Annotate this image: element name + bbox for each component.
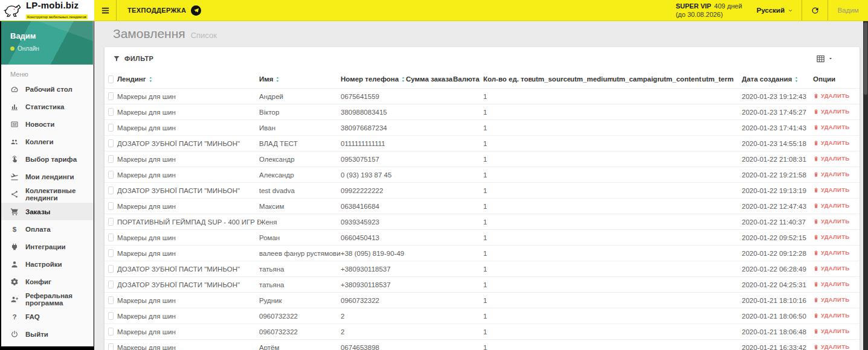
- trash-icon: [813, 171, 819, 177]
- delete-button[interactable]: УДАЛИТЬ: [813, 171, 849, 177]
- row-checkbox[interactable]: [108, 108, 114, 116]
- delete-button[interactable]: УДАЛИТЬ: [813, 296, 849, 303]
- delete-button[interactable]: УДАЛИТЬ: [813, 124, 849, 130]
- cell-name: Рудник: [259, 297, 341, 304]
- row-checkbox[interactable]: [108, 92, 114, 100]
- row-checkbox[interactable]: [108, 312, 114, 320]
- row-checkbox[interactable]: [108, 139, 114, 147]
- column-header-qty: Кол-во ед. товара: [483, 75, 532, 83]
- delete-button[interactable]: УДАЛИТЬ: [813, 92, 849, 99]
- language-selector[interactable]: Русский: [748, 0, 802, 21]
- cell-date: 2020-01-21 18:06:48: [742, 328, 813, 336]
- row-checkbox[interactable]: [108, 234, 114, 241]
- sidebar-item-colleagues[interactable]: Коллеги: [1, 133, 93, 150]
- cell-date: 2020-01-22 19:21:58: [742, 171, 813, 179]
- menu-icon: [10, 85, 19, 94]
- cell-phone: +38 (095) 819-90-49: [341, 250, 406, 257]
- row-checkbox[interactable]: [108, 202, 114, 210]
- delete-button[interactable]: УДАЛИТЬ: [813, 218, 849, 224]
- sidebar-item-news[interactable]: Новости: [1, 115, 93, 133]
- menu-icon: [10, 313, 19, 321]
- cell-name: Женя: [259, 218, 341, 226]
- cell-date: 2020-01-23 17:45:27: [742, 109, 813, 116]
- delete-button[interactable]: УДАЛИТЬ: [813, 202, 849, 209]
- delete-button[interactable]: УДАЛИТЬ: [813, 186, 849, 193]
- sidebar-item-config[interactable]: Конфиг: [1, 273, 93, 290]
- row-checkbox[interactable]: [108, 155, 114, 163]
- trash-icon: [813, 297, 819, 303]
- cell-phone: 0111111111111: [341, 140, 406, 147]
- column-header-landing[interactable]: Лендинг: [117, 75, 259, 83]
- delete-button[interactable]: УДАЛИТЬ: [813, 265, 849, 272]
- delete-button[interactable]: УДАЛИТЬ: [813, 343, 849, 350]
- delete-button[interactable]: УДАЛИТЬ: [813, 155, 849, 162]
- trash-icon: [813, 156, 819, 162]
- menu-icon: [10, 103, 19, 111]
- sidebar-item-referral[interactable]: Реферальная программа: [1, 290, 93, 308]
- delete-button[interactable]: УДАЛИТЬ: [813, 312, 849, 319]
- table-row: ДОЗАТОР ЗУБНОЇ ПАСТИ "МИНЬОН" татьяна +3…: [104, 276, 860, 292]
- menu-section-label: Меню: [1, 65, 93, 80]
- delete-button[interactable]: УДАЛИТЬ: [813, 234, 849, 240]
- sidebar-item-orders[interactable]: Заказы: [1, 203, 93, 220]
- cell-date: 2020-01-21 18:10:16: [742, 297, 813, 304]
- sidebar-item-payment[interactable]: Оплата: [1, 220, 93, 238]
- column-header-phone[interactable]: Номер телефона: [341, 75, 406, 83]
- cell-qty: 1: [483, 109, 532, 116]
- scrollbar-thumb[interactable]: [864, 22, 867, 95]
- delete-button[interactable]: УДАЛИТЬ: [813, 328, 849, 334]
- sidebar-item-label: Оплата: [25, 226, 51, 233]
- row-checkbox[interactable]: [108, 343, 114, 350]
- row-checkbox[interactable]: [108, 171, 114, 179]
- sidebar-item-tariff[interactable]: Выбор тарифа: [1, 150, 93, 168]
- page-scrollbar[interactable]: [863, 21, 868, 350]
- cell-date: 2020-01-21 16:33:42: [742, 344, 813, 350]
- row-checkbox[interactable]: [108, 265, 114, 273]
- cell-landing: ДОЗАТОР ЗУБНОЇ ПАСТИ "МИНЬОН": [117, 266, 259, 273]
- select-all-checkbox[interactable]: [108, 75, 114, 83]
- cell-name: татьяна: [259, 266, 341, 273]
- support-button[interactable]: ТЕХПОДДЕРЖКА: [117, 0, 212, 21]
- columns-toggle-button[interactable]: [816, 54, 833, 63]
- sidebar-item-settings[interactable]: Настройки: [1, 255, 93, 273]
- row-checkbox[interactable]: [108, 249, 114, 257]
- delete-button[interactable]: УДАЛИТЬ: [813, 281, 849, 287]
- cell-qty: 1: [483, 328, 532, 336]
- cell-phone: 2: [341, 313, 406, 320]
- delete-button[interactable]: УДАЛИТЬ: [813, 108, 849, 115]
- cell-qty: 1: [483, 281, 532, 288]
- sidebar-item-integrations[interactable]: Интеграции: [1, 238, 93, 255]
- cell-date: 2020-01-22 06:28:49: [742, 266, 813, 273]
- table-row: Маркеры для шин Рудник 0960732322 1 2020…: [104, 292, 860, 308]
- row-checkbox[interactable]: [108, 281, 114, 288]
- row-checkbox[interactable]: [108, 328, 114, 336]
- plan-badge: SUPER VIP: [676, 2, 712, 10]
- cell-date: 2020-01-22 09:12:28: [742, 250, 813, 257]
- trash-icon: [813, 313, 819, 319]
- sidebar-item-collective[interactable]: Коллективные лендинги: [1, 185, 93, 203]
- topbar-username[interactable]: Вадим: [828, 0, 868, 21]
- row-checkbox[interactable]: [108, 124, 114, 132]
- column-header-date[interactable]: Дата создания: [742, 75, 813, 83]
- row-checkbox[interactable]: [108, 186, 114, 194]
- filter-button[interactable]: ФИЛЬТР: [113, 55, 153, 62]
- cell-phone: 0638416684: [341, 203, 406, 210]
- hamburger-button[interactable]: [94, 0, 116, 21]
- topbar: LP-mobi.biz Конструктор мобильных лендин…: [0, 0, 868, 21]
- row-checkbox[interactable]: [108, 218, 114, 226]
- table-row: ДОЗАТОР ЗУБНОЇ ПАСТИ "МИНЬОН" test dvadv…: [104, 182, 860, 198]
- delete-button[interactable]: УДАЛИТЬ: [813, 249, 849, 256]
- trash-icon: [813, 93, 819, 99]
- delete-button[interactable]: УДАЛИТЬ: [813, 139, 849, 146]
- column-header-name[interactable]: Имя: [259, 75, 341, 83]
- sidebar-item-landings[interactable]: Мои лендинги: [1, 168, 93, 185]
- logo[interactable]: LP-mobi.biz Конструктор мобильных лендин…: [0, 0, 94, 21]
- sidebar-item-stats[interactable]: Статистика: [1, 98, 93, 115]
- menu-icon: [10, 173, 19, 181]
- hamburger-icon: [100, 5, 111, 16]
- refresh-button[interactable]: [802, 0, 828, 21]
- sidebar-item-dashboard[interactable]: Рабочий стол: [1, 80, 93, 98]
- sidebar-item-faq[interactable]: FAQ: [1, 308, 93, 325]
- row-checkbox[interactable]: [108, 296, 114, 304]
- sidebar-item-logout[interactable]: Выйти: [1, 325, 93, 343]
